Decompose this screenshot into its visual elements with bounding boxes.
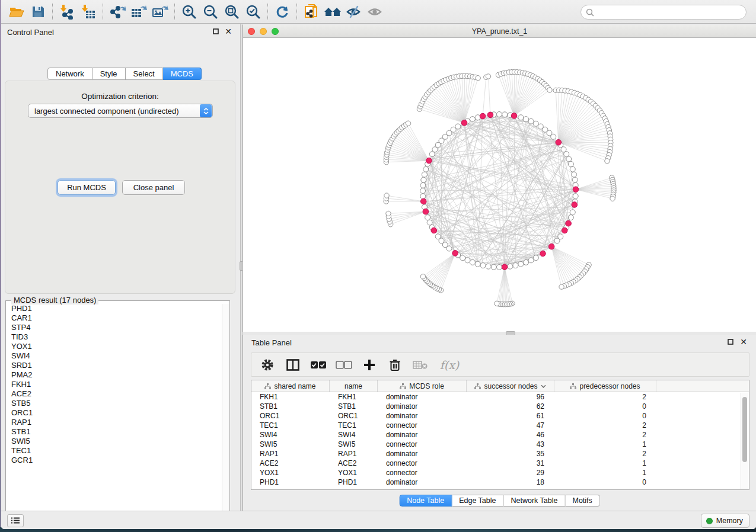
export-network-button[interactable] [107, 2, 128, 22]
mcds-hub-node[interactable] [426, 158, 432, 164]
column-header-name[interactable]: name [330, 380, 378, 392]
mcds-hub-node[interactable] [556, 139, 562, 145]
network-node[interactable] [475, 115, 480, 120]
float-panel-icon[interactable] [726, 338, 735, 346]
zoom-out-button[interactable] [200, 2, 221, 22]
import-network-button[interactable] [56, 2, 78, 22]
network-node[interactable] [422, 172, 427, 177]
close-panel-icon[interactable]: ✕ [224, 27, 232, 36]
network-node[interactable] [524, 259, 529, 265]
apply-layout-button[interactable] [272, 2, 293, 22]
network-leaf-node[interactable] [476, 76, 480, 81]
column-header-successor-nodes[interactable]: successor nodes [467, 380, 554, 392]
mcds-hub-node[interactable] [461, 120, 467, 126]
close-panel-button[interactable]: Close panel [122, 180, 185, 195]
mcds-hub-node[interactable] [487, 112, 493, 118]
network-leaf-node[interactable] [605, 159, 610, 164]
network-node[interactable] [528, 258, 534, 263]
open-session-button[interactable] [6, 2, 27, 22]
network-node[interactable] [518, 261, 524, 267]
mcds-node[interactable]: TID3 [7, 332, 221, 342]
network-node[interactable] [568, 215, 573, 220]
network-leaf-node[interactable] [420, 274, 425, 279]
network-node[interactable] [528, 118, 534, 124]
minimize-window-icon[interactable] [260, 28, 267, 35]
network-node[interactable] [533, 121, 538, 126]
network-node[interactable] [420, 182, 426, 188]
mcds-list-scrollbar[interactable] [222, 304, 229, 519]
tab-edge-table[interactable]: Edge Table [452, 495, 503, 507]
tab-network-table[interactable]: Network Table [504, 495, 566, 507]
optimization-criterion-select[interactable]: largest connected component (undirected) [28, 104, 213, 118]
mcds-node[interactable]: TEC1 [7, 446, 221, 456]
network-node[interactable] [423, 166, 429, 172]
table-mode-button[interactable] [257, 355, 277, 374]
network-node[interactable] [497, 112, 502, 117]
network-node[interactable] [573, 194, 578, 199]
delete-table-button[interactable] [410, 355, 430, 374]
network-node[interactable] [420, 188, 426, 194]
function-builder-button[interactable]: f(x) [436, 355, 463, 374]
network-leaf-node[interactable] [486, 74, 490, 79]
mcds-node[interactable]: CAR1 [7, 313, 221, 323]
column-header-shared-name[interactable]: shared name [251, 380, 330, 392]
network-node[interactable] [513, 263, 518, 268]
network-leaf-node[interactable] [406, 121, 410, 126]
mcds-node[interactable]: ORC1 [7, 408, 221, 418]
network-node[interactable] [470, 117, 475, 122]
network-leaf-node[interactable] [610, 196, 615, 201]
network-leaf-node[interactable] [559, 284, 564, 289]
network-node[interactable] [502, 112, 508, 117]
mcds-node[interactable]: STB5 [7, 399, 221, 408]
tab-node-table[interactable]: Node Table [399, 495, 452, 507]
network-leaf-node[interactable] [386, 211, 391, 216]
network-node[interactable] [460, 255, 465, 261]
network-node[interactable] [572, 177, 578, 182]
network-leaf-node[interactable] [547, 88, 552, 92]
mcds-hub-node[interactable] [420, 198, 426, 204]
column-header-MCDS-role[interactable]: MCDS role [378, 380, 467, 392]
task-history-button[interactable] [7, 514, 24, 527]
network-node[interactable] [480, 263, 486, 268]
network-node[interactable] [572, 172, 577, 177]
mcds-node[interactable]: SWI5 [7, 437, 221, 446]
network-node[interactable] [475, 261, 480, 267]
table-row[interactable]: FKH1FKH1dominator962 [251, 392, 741, 402]
mcds-hub-node[interactable] [572, 202, 578, 208]
table-row[interactable]: SWI4SWI4dominator462 [251, 430, 741, 440]
network-node[interactable] [429, 152, 435, 157]
tab-motifs[interactable]: Motifs [565, 495, 599, 507]
close-window-icon[interactable] [248, 28, 255, 35]
delete-column-button[interactable] [385, 355, 405, 374]
mcds-hub-node[interactable] [573, 187, 579, 193]
mcds-hub-node[interactable] [511, 113, 517, 119]
network-node[interactable] [497, 265, 502, 270]
mcds-node[interactable]: PMA2 [7, 370, 221, 380]
maximize-window-icon[interactable] [272, 28, 279, 35]
tab-select[interactable]: Select [126, 68, 163, 80]
run-mcds-button[interactable]: Run MCDS [58, 180, 116, 195]
tab-mcds[interactable]: MCDS [163, 68, 202, 80]
network-node[interactable] [570, 166, 575, 172]
mcds-hub-node[interactable] [548, 243, 554, 249]
mcds-hub-node[interactable] [431, 227, 437, 233]
mcds-node[interactable]: YOX1 [7, 342, 221, 351]
mcds-node[interactable]: FKH1 [7, 380, 221, 389]
network-node[interactable] [524, 117, 529, 122]
show-column-button[interactable] [283, 355, 303, 374]
network-node[interactable] [491, 264, 496, 270]
network-node[interactable] [427, 220, 432, 225]
tab-style[interactable]: Style [92, 68, 126, 80]
network-node[interactable] [518, 115, 524, 120]
show-all-button[interactable] [365, 2, 386, 22]
network-node[interactable] [564, 152, 569, 157]
table-scrollbar[interactable] [741, 393, 748, 489]
export-table-button[interactable] [128, 2, 149, 22]
close-panel-icon[interactable]: ✕ [739, 338, 748, 346]
mcds-hub-node[interactable] [502, 264, 508, 270]
network-leaf-node[interactable] [495, 301, 499, 306]
memory-button[interactable]: Memory [701, 514, 749, 528]
network-node[interactable] [420, 194, 426, 199]
network-node[interactable] [470, 259, 475, 265]
table-row[interactable]: ACE2ACE2connector311 [251, 459, 741, 468]
